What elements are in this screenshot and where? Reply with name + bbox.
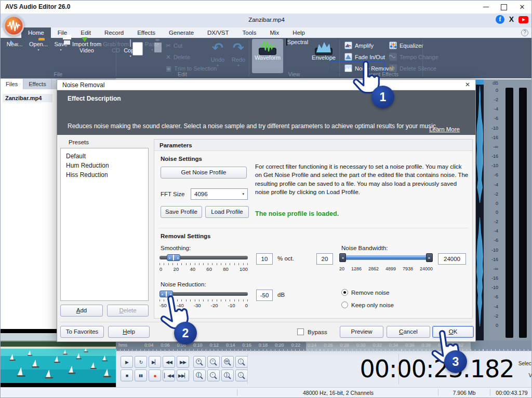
zoom-100-button[interactable]: 100 xyxy=(221,356,234,368)
redo-dropdown-icon: ▾ xyxy=(228,63,249,67)
dialog-titlebar[interactable]: Noise Removal ✕ xyxy=(57,80,475,90)
boat-icon xyxy=(84,348,87,352)
fade-icon xyxy=(344,53,352,61)
dialog-close-icon[interactable]: ✕ xyxy=(463,81,472,89)
radio-icon[interactable] xyxy=(341,301,348,308)
amplify-button[interactable]: Amplify xyxy=(344,42,374,49)
youtube-icon[interactable] xyxy=(518,16,528,23)
tick-label: 20 xyxy=(339,266,344,271)
zoom-selection-end-button[interactable]: ] xyxy=(221,369,234,381)
spectral-view-button[interactable]: Spectral xyxy=(285,39,309,73)
save-button[interactable]: Save ▾ xyxy=(51,40,70,51)
help-icon[interactable]: ? xyxy=(521,29,528,36)
import-from-video-button[interactable]: Import from Video xyxy=(71,40,102,53)
minimize-button[interactable] xyxy=(478,2,494,12)
save-profile-button[interactable]: Save Profile xyxy=(161,206,202,218)
ruler-time-label: 0:04 xyxy=(141,342,157,348)
panel-tab-files[interactable]: Files xyxy=(1,79,23,89)
tab-record[interactable]: Record xyxy=(98,28,130,38)
radio-icon[interactable] xyxy=(341,289,348,296)
bypass-checkbox-row[interactable]: Bypass xyxy=(297,328,327,335)
tab-help[interactable]: Help xyxy=(286,28,312,38)
new-button[interactable]: New... xyxy=(4,40,25,47)
tab-edit[interactable]: Edit xyxy=(74,28,98,38)
zoom-selection-start-button[interactable]: [ xyxy=(193,369,206,381)
tab-mix[interactable]: Mix xyxy=(263,28,286,38)
to-favorites-button[interactable]: To Favorites xyxy=(60,326,104,338)
learn-more-link[interactable]: Learn More xyxy=(429,126,460,132)
loop-button[interactable]: ↻ xyxy=(135,356,147,368)
tab-effects[interactable]: Effects xyxy=(130,28,162,38)
stop-button[interactable]: ■ xyxy=(121,369,133,381)
preset-item[interactable]: Hiss Reduction xyxy=(61,170,148,180)
cut-button: ✂ Cut xyxy=(166,42,182,49)
zoom-vertical-button[interactable]: ↕ xyxy=(235,356,248,368)
record-button[interactable]: ● xyxy=(149,369,161,381)
load-profile-button[interactable]: Load Profile xyxy=(205,206,249,218)
tab-generate[interactable]: Generate xyxy=(162,28,201,38)
smoothing-slider[interactable]: ◂▸ xyxy=(159,254,248,261)
tempo-change-button: Tempo Change xyxy=(389,53,438,61)
preset-item[interactable]: Default xyxy=(61,152,148,161)
add-preset-button[interactable]: Add xyxy=(60,305,103,317)
meter-scale-label: -4 xyxy=(485,106,498,112)
smoothing-slider-handle[interactable]: ◂▸ xyxy=(167,254,180,261)
x-icon[interactable]: X xyxy=(507,15,516,24)
file-list-item[interactable]: Zanzibar.mp4 xyxy=(3,94,52,102)
smoothing-value-field[interactable]: 10 xyxy=(256,253,273,265)
zoom-in-button[interactable]: + xyxy=(193,356,206,368)
fft-size-select[interactable]: 4096 ▾ xyxy=(191,188,248,200)
bandwidth-low-field[interactable]: 20 xyxy=(316,253,333,265)
waveform-view-button[interactable]: Waveform xyxy=(252,39,283,73)
tab-home[interactable]: Home xyxy=(21,28,51,38)
zoom-out-button[interactable]: − xyxy=(207,356,220,368)
bandwidth-tick-labels: 20128628624899793824000 xyxy=(339,266,433,271)
play-to-end-button[interactable]: ▶▏ xyxy=(149,356,161,368)
get-noise-profile-button[interactable]: Get Noise Profile xyxy=(161,167,247,179)
copy-icon xyxy=(130,39,131,47)
section-divider xyxy=(158,228,468,228)
fast-forward-button[interactable]: ▶▶ xyxy=(177,356,189,368)
zoom-center-button[interactable]: · xyxy=(207,369,220,381)
file-group-label: File xyxy=(1,71,116,77)
effect-description-panel: Effect Description Reduces noise making … xyxy=(57,90,475,135)
preview-button[interactable]: Preview xyxy=(340,326,383,338)
equalizer-button[interactable]: Equalizer xyxy=(389,42,423,49)
paste-button: Paste ▾ xyxy=(142,40,163,51)
facebook-icon[interactable]: f xyxy=(496,15,504,24)
effect-description-text: Reduces noise making the sound clearer. … xyxy=(68,122,465,130)
rewind-button[interactable]: ◀◀ xyxy=(163,356,175,368)
open-dropdown-icon[interactable]: ▾ xyxy=(26,48,50,51)
tab-dxvst[interactable]: DX/VST xyxy=(201,28,236,38)
meter-scale-label: 0 xyxy=(485,88,498,93)
zoom-vertical-out-button[interactable]: ↕ xyxy=(235,369,248,381)
save-dropdown-icon[interactable]: ▾ xyxy=(51,48,70,51)
go-to-start-button[interactable]: ▏◀◀ xyxy=(163,369,175,381)
play-button[interactable]: ▶ xyxy=(121,356,133,368)
pause-button[interactable]: ▮▮ xyxy=(135,369,147,381)
noise-bandwidth-slider[interactable]: ◂ ▸ xyxy=(339,253,433,262)
bandwidth-high-field[interactable]: 24000 xyxy=(438,253,466,265)
presets-list[interactable]: DefaultHum ReductionHiss Reduction xyxy=(60,148,149,301)
reduction-value-field[interactable]: -50 xyxy=(256,290,273,301)
bandwidth-low-handle[interactable]: ◂ xyxy=(339,253,346,262)
bandwidth-high-handle[interactable]: ▸ xyxy=(426,253,433,262)
tick-label: 24000 xyxy=(420,266,433,271)
redo-arrow-icon: ↷ xyxy=(233,40,244,56)
copy-button[interactable]: Copy ▾ xyxy=(120,40,141,58)
waveform-scrollbar[interactable] xyxy=(476,79,484,85)
bypass-checkbox[interactable] xyxy=(297,328,304,335)
keep-only-noise-radio[interactable]: Keep only noise xyxy=(341,301,394,308)
panel-tab-effects[interactable]: Effects xyxy=(23,79,51,89)
remove-noise-radio[interactable]: Remove noise xyxy=(341,289,390,296)
cancel-button[interactable]: Cancel xyxy=(387,326,430,338)
help-button[interactable]: Help xyxy=(108,326,150,338)
fade-in-out-button[interactable]: Fade In/Out xyxy=(344,53,385,61)
maximize-button[interactable] xyxy=(496,2,512,12)
meter-scale-label: -16 xyxy=(485,154,498,159)
open-button[interactable]: Open... ▾ xyxy=(26,40,50,51)
preset-item[interactable]: Hum Reduction xyxy=(61,161,148,170)
go-to-end-button[interactable]: ▶▶▏ xyxy=(177,369,189,381)
tab-tools[interactable]: Tools xyxy=(236,28,263,38)
close-button[interactable]: ✕ xyxy=(514,2,530,12)
